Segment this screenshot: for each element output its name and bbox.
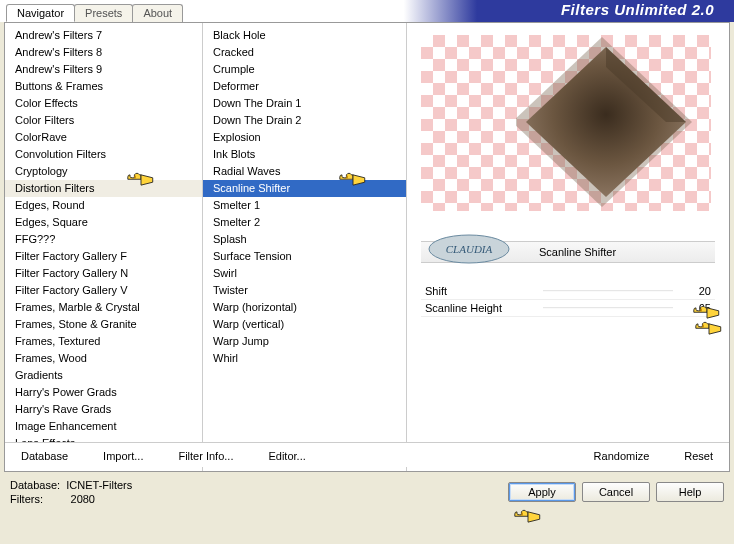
app-title: Filters Unlimited 2.0	[561, 1, 714, 18]
filter-item[interactable]: Whirl	[203, 350, 406, 367]
tabs: NavigatorPresetsAbout	[6, 4, 182, 22]
category-item[interactable]: Andrew's Filters 8	[5, 44, 202, 61]
param-label: Shift	[425, 285, 535, 297]
category-item[interactable]: Edges, Square	[5, 214, 202, 231]
param-label: Scanline Height	[425, 302, 535, 314]
category-item[interactable]: Filter Factory Gallery V	[5, 282, 202, 299]
main-content: Andrew's Filters 7Andrew's Filters 8Andr…	[4, 22, 730, 472]
category-item[interactable]: Image Enhancement	[5, 418, 202, 435]
watermark-logo: CLAUDIA	[425, 230, 513, 268]
category-item[interactable]: Color Effects	[5, 95, 202, 112]
cancel-button[interactable]: Cancel	[582, 482, 650, 502]
filter-item[interactable]: Ink Blots	[203, 146, 406, 163]
right-pane: CLAUDIA Scanline Shifter Shift20Scanline…	[407, 23, 729, 471]
filter-item[interactable]: Warp (vertical)	[203, 316, 406, 333]
filter-item[interactable]: Smelter 2	[203, 214, 406, 231]
param-slider[interactable]	[543, 307, 673, 309]
footer: Database: ICNET-Filters Filters: 2080 Ap…	[0, 472, 734, 512]
category-item[interactable]: Distortion Filters	[5, 180, 202, 197]
filter-item[interactable]: Smelter 1	[203, 197, 406, 214]
filter-item[interactable]: Down The Drain 1	[203, 95, 406, 112]
filter-list[interactable]: Black HoleCrackedCrumpleDeformerDown The…	[203, 23, 407, 471]
filter-item[interactable]: Cracked	[203, 44, 406, 61]
filter-item[interactable]: Down The Drain 2	[203, 112, 406, 129]
category-item[interactable]: Frames, Marble & Crystal	[5, 299, 202, 316]
category-item[interactable]: Buttons & Frames	[5, 78, 202, 95]
param-slider[interactable]	[543, 290, 673, 292]
param-value: 20	[681, 285, 711, 297]
category-item[interactable]: Edges, Round	[5, 197, 202, 214]
filter-item[interactable]: Deformer	[203, 78, 406, 95]
filter-item[interactable]: Warp Jump	[203, 333, 406, 350]
category-item[interactable]: Gradients	[5, 367, 202, 384]
category-item[interactable]: Frames, Stone & Granite	[5, 316, 202, 333]
filter-item[interactable]: Crumple	[203, 61, 406, 78]
category-item[interactable]: Harry's Power Grads	[5, 384, 202, 401]
filter-item[interactable]: Black Hole	[203, 27, 406, 44]
filter-item[interactable]: Radial Waves	[203, 163, 406, 180]
param-value: 65	[681, 302, 711, 314]
category-item[interactable]: Color Filters	[5, 112, 202, 129]
current-filter-name: Scanline Shifter	[539, 246, 616, 258]
category-item[interactable]: Frames, Wood	[5, 350, 202, 367]
database-button[interactable]: Database	[21, 450, 68, 462]
filter-item[interactable]: Warp (horizontal)	[203, 299, 406, 316]
filters-count-label: Filters:	[10, 493, 43, 505]
filter-info-button[interactable]: Filter Info...	[178, 450, 233, 462]
database-label: Database:	[10, 479, 60, 491]
param-row[interactable]: Scanline Height65	[421, 300, 715, 317]
editor-button[interactable]: Editor...	[268, 450, 305, 462]
category-item[interactable]: Cryptology	[5, 163, 202, 180]
help-button[interactable]: Help	[656, 482, 724, 502]
header-bar: NavigatorPresetsAbout Filters Unlimited …	[0, 0, 734, 22]
param-row[interactable]: Shift20	[421, 283, 715, 300]
category-item[interactable]: Filter Factory Gallery N	[5, 265, 202, 282]
filter-item[interactable]: Swirl	[203, 265, 406, 282]
category-item[interactable]: Convolution Filters	[5, 146, 202, 163]
category-item[interactable]: Frames, Textured	[5, 333, 202, 350]
category-item[interactable]: FFG???	[5, 231, 202, 248]
category-item[interactable]: Andrew's Filters 7	[5, 27, 202, 44]
category-item[interactable]: Harry's Rave Grads	[5, 401, 202, 418]
tab-presets[interactable]: Presets	[74, 4, 133, 22]
filter-item[interactable]: Surface Tension	[203, 248, 406, 265]
filters-count-value: 2080	[71, 493, 95, 505]
category-item[interactable]: Andrew's Filters 9	[5, 61, 202, 78]
category-item[interactable]: Filter Factory Gallery F	[5, 248, 202, 265]
tab-about[interactable]: About	[132, 4, 183, 22]
apply-button[interactable]: Apply	[508, 482, 576, 502]
parameters: Shift20Scanline Height65	[421, 283, 715, 317]
filter-preview	[421, 35, 711, 211]
filter-item[interactable]: Twister	[203, 282, 406, 299]
filter-item[interactable]: Splash	[203, 231, 406, 248]
svg-text:CLAUDIA: CLAUDIA	[446, 243, 493, 255]
filter-item[interactable]: Explosion	[203, 129, 406, 146]
category-item[interactable]: ColorRave	[5, 129, 202, 146]
database-value: ICNET-Filters	[66, 479, 132, 491]
category-list[interactable]: Andrew's Filters 7Andrew's Filters 8Andr…	[5, 23, 203, 471]
tab-navigator[interactable]: Navigator	[6, 4, 75, 22]
reset-button[interactable]: Reset	[684, 450, 713, 462]
bottom-button-bar: Database Import... Filter Info... Editor…	[5, 442, 729, 467]
import-button[interactable]: Import...	[103, 450, 143, 462]
filter-item[interactable]: Scanline Shifter	[203, 180, 406, 197]
filter-title-row: CLAUDIA Scanline Shifter	[421, 241, 715, 263]
randomize-button[interactable]: Randomize	[594, 450, 650, 462]
